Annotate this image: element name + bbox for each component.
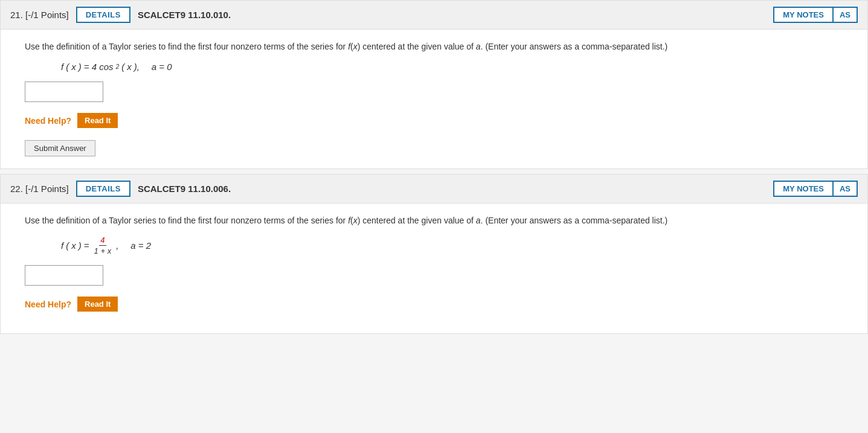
q22-fraction: 4 1 + x: [93, 236, 113, 255]
question-22-number: 22. [-/1 Points]: [10, 184, 69, 194]
q21-my-notes-button[interactable]: MY NOTES: [773, 7, 834, 23]
q21-header-right: MY NOTES AS: [773, 7, 858, 23]
q22-header-right: MY NOTES AS: [773, 181, 858, 197]
q21-need-help-row: Need Help? Read It: [25, 113, 853, 128]
q21-text: Use the definition of a Taylor series to…: [25, 40, 853, 53]
q21-as-button[interactable]: AS: [834, 7, 858, 23]
q21-formula-expr: f(x) = 4 cos2(x),: [61, 62, 140, 72]
q22-read-it-button[interactable]: Read It: [77, 297, 118, 312]
q21-submit-row: Submit Answer: [25, 138, 853, 156]
q22-points: [-/1 Points]: [25, 184, 69, 194]
q22-need-help-label: Need Help?: [25, 300, 71, 309]
q22-formula: f(x) = 4 1 + x , a = 2: [61, 236, 853, 255]
q21-submit-button[interactable]: Submit Answer: [25, 140, 95, 156]
q21-num: 21.: [10, 10, 23, 20]
question-21: 21. [-/1 Points] DETAILS SCALCET9 11.10.…: [0, 0, 868, 169]
question-21-header: 21. [-/1 Points] DETAILS SCALCET9 11.10.…: [1, 1, 867, 30]
q22-a-value: a = 2: [130, 240, 151, 251]
q22-num: 22.: [10, 184, 23, 194]
q22-frac-num: 4: [99, 236, 106, 246]
q21-need-help-label: Need Help?: [25, 116, 71, 126]
q22-need-help-row: Need Help? Read It: [25, 297, 853, 312]
q22-details-button[interactable]: DETAILS: [76, 181, 130, 197]
question-22: 22. [-/1 Points] DETAILS SCALCET9 11.10.…: [0, 174, 868, 334]
q22-as-button[interactable]: AS: [834, 181, 858, 197]
question-22-header: 22. [-/1 Points] DETAILS SCALCET9 11.10.…: [1, 175, 867, 204]
q21-answer-input[interactable]: [25, 82, 103, 102]
q21-details-button[interactable]: DETAILS: [76, 7, 130, 23]
q22-problem-code: SCALCET9 11.10.006.: [138, 184, 766, 194]
q21-points: [-/1 Points]: [25, 10, 69, 20]
q22-my-notes-button[interactable]: MY NOTES: [773, 181, 834, 197]
q22-answer-input[interactable]: [25, 265, 103, 286]
q21-a-value: a = 0: [152, 62, 172, 72]
q22-text: Use the definition of a Taylor series to…: [25, 214, 853, 227]
q22-frac-den: 1 + x: [93, 246, 113, 255]
q22-formula-expr: f(x) = 4 1 + x ,: [61, 236, 118, 255]
q21-formula: f(x) = 4 cos2(x), a = 0: [61, 62, 853, 72]
q21-body: Use the definition of a Taylor series to…: [1, 30, 867, 168]
question-21-number: 21. [-/1 Points]: [10, 10, 69, 20]
q21-read-it-button[interactable]: Read It: [77, 113, 118, 128]
q22-body: Use the definition of a Taylor series to…: [1, 204, 867, 333]
q21-problem-code: SCALCET9 11.10.010.: [138, 10, 766, 20]
